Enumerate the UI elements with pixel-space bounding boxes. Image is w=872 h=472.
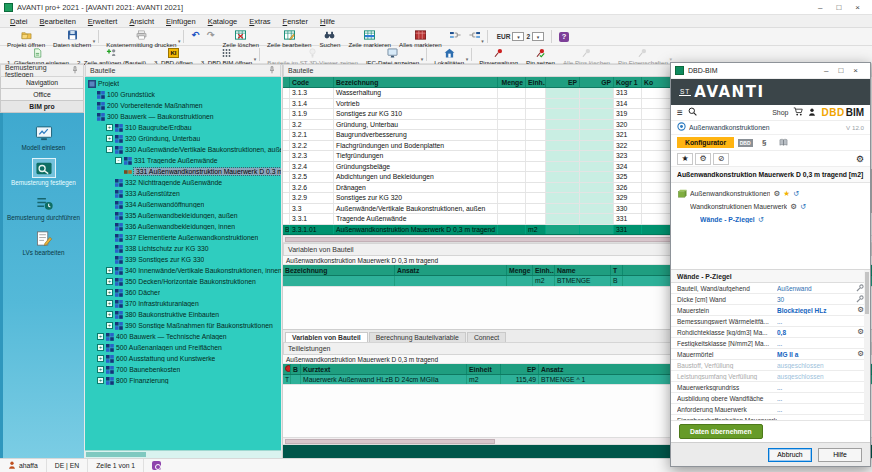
close-button[interactable]: × [853, 66, 858, 75]
tb2-lokalitäten[interactable]: Lokalitäten▾ [430, 47, 468, 62]
column-header-ep[interactable]: EP [546, 77, 580, 87]
tab-variablen-von-bauteil[interactable]: Variablen von Bauteil [285, 332, 368, 342]
tb-suchen[interactable]: Suchen [315, 29, 344, 44]
property-row-mauermörtel[interactable]: MauermörtelMG II a⚙ [671, 349, 870, 360]
gear-icon[interactable]: ⚙ [856, 154, 864, 164]
tree-item[interactable]: +310 Baugrube/Erdbau [85, 122, 281, 133]
gear-icon[interactable]: ⚙ [854, 305, 864, 315]
tree-item[interactable]: +700 Baunebenkosten [85, 364, 281, 375]
menu-datei[interactable]: Datei [4, 17, 34, 26]
expand-icon[interactable]: + [97, 366, 104, 373]
tb-zeile-markieren[interactable]: Zeile markieren [344, 29, 395, 44]
sidebar-item-modell-einlesen[interactable]: Modell einlesen [3, 123, 84, 151]
column-header-t[interactable]: T [611, 265, 623, 275]
property-row-bauteil-wand-aufgehend[interactable]: Bauteil, Wand/aufgehendAußenwand [671, 283, 870, 294]
expand-icon[interactable]: + [97, 344, 104, 351]
wrench-icon[interactable] [854, 284, 864, 293]
expand-icon[interactable]: + [97, 333, 104, 340]
menu-einfügen[interactable]: Einfügen [160, 17, 202, 26]
tb2-pin-setzen[interactable]: Pin setzen [522, 47, 559, 62]
tb2-ifc-datei-anzeigen[interactable]: IFC-Datei anzeigen▾ [362, 47, 423, 62]
tree-item[interactable]: +800 Finanzierung [85, 375, 281, 386]
property-row-mauerwerksgrundriss[interactable]: Mauerwerksgrundriss... [671, 382, 870, 393]
menu-erweitert[interactable]: Erweitert [82, 17, 124, 26]
tree-item[interactable]: +600 Ausstattung und Kunstwerke [85, 353, 281, 364]
property-row-bemessungswert-wärmeleitfä[interactable]: Bemessungswert Wärmeleitfä...... [671, 316, 870, 327]
tb-redo[interactable]: ↷ [203, 29, 219, 44]
property-value[interactable]: ... [777, 318, 854, 325]
minimize-button[interactable]: – [824, 66, 828, 75]
dropdown-arrow-icon[interactable]: ▾ [481, 39, 484, 44]
config-tree-label[interactable]: Außenwandkonstruktionen [690, 190, 770, 197]
sidebar-item-bemusterung-festlegen[interactable]: Bemusterung festlegen [3, 158, 84, 186]
property-row-festigkeitsklasse-n-mm2-ma[interactable]: Festigkeitsklasse [N/mm2] Ma...... [671, 338, 870, 349]
dropdown-arrow-icon[interactable]: ▾ [421, 57, 424, 62]
tb-daten-sichern[interactable]: Daten sichern▾ [49, 29, 95, 44]
menu-fenster[interactable]: Fenster [277, 17, 314, 26]
dropdown-arrow-icon[interactable]: ▾ [178, 39, 181, 44]
collapse-icon[interactable]: - [115, 157, 122, 164]
column-header-name[interactable]: Name [555, 265, 611, 275]
tree-item[interactable]: 339 Sonstiges zur KG 330 [85, 254, 281, 265]
tree-item[interactable]: +380 Baukonstruktive Einbauten [85, 309, 281, 320]
tb2-3-dbd-öffnen[interactable]: KI3. DBD öffnen [150, 47, 197, 62]
undo-icon[interactable]: ↺ [758, 215, 764, 225]
maximize-button[interactable]: □ [836, 3, 841, 12]
config-tree-item[interactable]: Wände - P-Ziegel↺ [677, 213, 864, 226]
property-row-ausbildung-obere-wandfläche[interactable]: Ausbildung obere Wandfläche... [671, 393, 870, 404]
sidebar-tab-bim-pro[interactable]: BIM pro [0, 101, 84, 113]
property-value[interactable]: ausgeschlossen [777, 362, 854, 369]
pin-icon[interactable] [71, 66, 79, 75]
column-header-bezeichnung[interactable]: Bezeichnung [334, 77, 498, 87]
column-header-code[interactable]: Code [290, 77, 334, 87]
column-header-ansatz[interactable]: Ansatz [395, 265, 507, 275]
tb-kostenermittlung-drucken[interactable]: Kostenermittlung drucken▾ [102, 29, 180, 44]
property-value[interactable]: ... [777, 395, 854, 402]
abbruch-button[interactable]: Abbruch [768, 448, 812, 462]
config-tree-label[interactable]: Wandkonstruktionen Mauerwerk [690, 203, 787, 210]
config-tree-item[interactable]: Außenwandkonstruktionen⚙★↺ [677, 187, 864, 200]
menu-bearbeiten[interactable]: Bearbeiten [34, 17, 82, 26]
pin-icon[interactable] [268, 66, 276, 75]
tab-konfigurator[interactable]: Konfigurator [677, 137, 734, 148]
tree-item[interactable]: 334 Außenwandöffnungen [85, 199, 281, 210]
hilfe-button[interactable]: Hilfe [818, 448, 862, 462]
tb2-1-gliederung-einlesen[interactable]: 1. Gliederung einlesen [3, 47, 73, 62]
expand-icon[interactable]: + [106, 278, 113, 285]
currency-dropdown[interactable]: ▾ [512, 32, 524, 41]
properties-scrollbar[interactable] [864, 270, 870, 420]
star-icon[interactable]: ★ [783, 189, 790, 199]
column-header-kogr-1[interactable]: Kogr 1 [614, 77, 642, 87]
property-value[interactable]: MG II a [777, 351, 854, 358]
column-header-einheit[interactable]: Einheit [467, 364, 501, 374]
sidebar-item-bemusterung-durchführen[interactable]: Bemusterung durchführen [3, 193, 84, 221]
property-value[interactable]: ... [777, 406, 854, 413]
gear-icon[interactable]: ⚙ [790, 202, 797, 212]
tree-item[interactable]: -330 Außenwände/Vertikale Baukonstruktio… [85, 144, 281, 155]
sidebar-tab-office[interactable]: Office [0, 89, 84, 101]
menu-ansicht[interactable]: Ansicht [123, 17, 160, 26]
expand-icon[interactable]: + [97, 377, 104, 384]
property-value[interactable]: 30 [777, 296, 854, 303]
property-row-baustoff-verfüllung[interactable]: Baustoff, Verfüllungausgeschlossen [671, 360, 870, 371]
expand-icon[interactable]: + [106, 267, 113, 274]
tb2-3-dbd-bim-öffnen[interactable]: 3. DBD BIM öffnen▾ [197, 47, 256, 62]
column-header-icon[interactable] [283, 364, 291, 374]
column-header-bezeichnung[interactable]: Bezeichnung [283, 265, 395, 275]
expand-icon[interactable]: + [106, 135, 113, 142]
tree-hscrollbar[interactable] [85, 450, 281, 458]
category-label[interactable]: Außenwandkonstruktionen [689, 124, 843, 131]
property-row-leistungsumfang-verfüllung[interactable]: Leistungsumfang Verfüllungausgeschlossen [671, 371, 870, 382]
tab-berechnung-bauteilvariable[interactable]: Berechnung Bauteilvariable [369, 332, 466, 342]
column-header-einh[interactable]: Einh... [526, 77, 546, 87]
exclude-circle-button[interactable]: ⊘ [713, 153, 729, 165]
apply-data-button[interactable]: Daten übernehmen [679, 424, 763, 439]
tab-connect[interactable]: Connect [467, 332, 506, 342]
property-row-mauerstein[interactable]: MauersteinBlockziegel HLz⚙ [671, 305, 870, 316]
property-row-rohdichteklasse-kg-dm3-ma[interactable]: Rohdichteklasse [kg/dm3] Ma...0,8⚙ [671, 327, 870, 338]
close-button[interactable]: × [855, 3, 860, 12]
tb2-pinverwaltung[interactable]: Pinverwaltung [475, 47, 522, 62]
tree-item[interactable]: +350 Decken/Horizontale Baukonstruktione… [85, 276, 281, 287]
hamburger-menu-icon[interactable]: ≡ [677, 108, 683, 118]
search-icon[interactable] [688, 107, 697, 118]
